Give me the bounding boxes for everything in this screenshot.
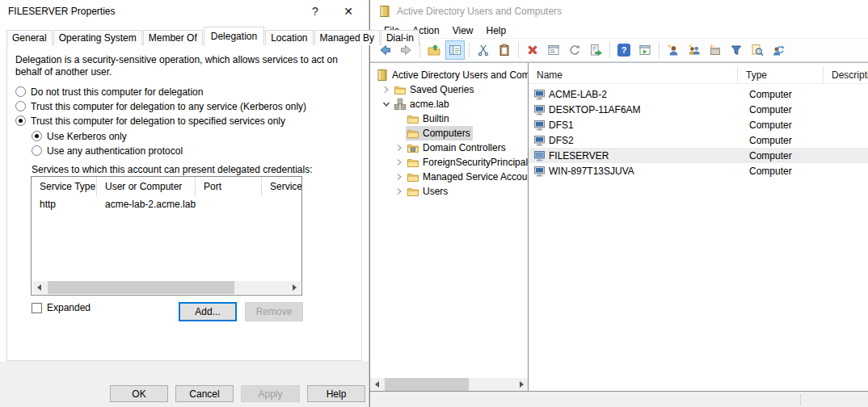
tree-item-users[interactable]: Users	[370, 184, 528, 199]
tab-managed-by[interactable]: Managed By	[314, 30, 380, 45]
list-item-desktop-11af6am[interactable]: DESKTOP-11AF6AM Computer	[529, 102, 868, 117]
list-item-acme-lab-2[interactable]: ACME-LAB-2 Computer	[529, 86, 868, 102]
new-group-button[interactable]	[685, 40, 704, 60]
chevron-right-icon[interactable]	[393, 185, 406, 198]
chevron-right-icon[interactable]	[393, 170, 406, 183]
paste-button[interactable]	[495, 40, 514, 60]
computer-name: FILESERVER	[549, 150, 741, 162]
tree-item-managed-service-accounts[interactable]: Managed Service Accounts	[370, 170, 528, 184]
console-main-area: Active Directory Users and Computers Sav…	[370, 62, 868, 391]
radio-use-any-auth-protocol[interactable]: Use any authentication protocol	[32, 145, 183, 157]
scroll-right-arrow-icon[interactable]	[515, 378, 528, 391]
new-user-button[interactable]	[664, 40, 683, 60]
radio-label: Use any authentication protocol	[47, 145, 183, 157]
tab-location[interactable]: Location	[265, 30, 313, 45]
aduc-app-icon	[378, 5, 391, 18]
scroll-left-arrow-icon[interactable]	[32, 281, 45, 294]
radio-button-icon[interactable]	[15, 115, 26, 126]
apply-button[interactable]: Apply	[241, 385, 300, 402]
list-item-win-897t13sjuva[interactable]: WIN-897T13SJUVA Computer	[529, 163, 868, 178]
list-item-dfs1[interactable]: DFS1 Computer	[529, 117, 868, 132]
dialog-titlebar: FILESERVER Properties ? ✕	[0, 0, 369, 23]
show-console-tree-button[interactable]	[445, 40, 465, 60]
scrollbar-thumb[interactable]	[385, 378, 469, 391]
help-toolbar-button[interactable]: ?	[614, 40, 634, 60]
tab-operating-system[interactable]: Operating System	[53, 30, 142, 45]
menu-help[interactable]: Help	[480, 23, 513, 39]
ok-button[interactable]: OK	[110, 385, 168, 402]
scrollbar-thumb[interactable]	[48, 281, 234, 294]
radio-button-icon[interactable]	[15, 86, 26, 97]
column-header-name[interactable]: Name	[529, 66, 738, 83]
chevron-right-icon[interactable]	[393, 156, 406, 169]
tab-delegation[interactable]: Delegation	[204, 27, 264, 45]
tree-item-builtin[interactable]: Builtin	[370, 111, 528, 126]
cut-icon	[477, 44, 490, 57]
properties-button[interactable]	[544, 40, 563, 60]
radio-do-not-trust[interactable]: Do not trust this computer for delegatio…	[15, 86, 203, 98]
list-item-fileserver[interactable]: FILESERVER Computer	[529, 148, 868, 163]
dialog-footer: OK Cancel Apply Help	[0, 361, 369, 407]
tree-item-saved-queries[interactable]: Saved Queries	[370, 82, 528, 97]
radio-trust-specified-services[interactable]: Trust this computer for delegation to sp…	[15, 115, 285, 127]
expanded-checkbox-row[interactable]: Expanded	[32, 302, 91, 313]
tab-member-of[interactable]: Member Of	[143, 30, 203, 45]
radio-trust-any-service[interactable]: Trust this computer for delegation to an…	[15, 100, 306, 112]
dialog-help-icon[interactable]: ?	[302, 2, 328, 20]
scroll-right-arrow-icon[interactable]	[288, 281, 301, 294]
tree-item-foreign-security-principals[interactable]: ForeignSecurityPrincipals	[370, 155, 528, 170]
remove-button[interactable]: Remove	[245, 302, 303, 321]
computer-type: Computer	[741, 135, 827, 146]
column-header-port[interactable]: Port	[196, 177, 262, 196]
expanded-checkbox[interactable]	[32, 303, 42, 313]
column-header-service-name[interactable]: Service Name	[262, 177, 301, 196]
new-ou-icon	[709, 44, 722, 57]
close-icon[interactable]: ✕	[335, 2, 362, 20]
toolbar-separator	[469, 42, 470, 58]
tree-item-aduc-root[interactable]: Active Directory Users and Computers	[370, 68, 528, 82]
cancel-button[interactable]: Cancel	[175, 385, 234, 402]
tab-general[interactable]: General	[6, 30, 53, 45]
up-one-level-button[interactable]	[424, 40, 444, 60]
new-user-icon	[667, 44, 680, 57]
radio-button-icon[interactable]	[15, 101, 26, 111]
tree-item-label: Computers	[423, 128, 470, 139]
chevron-right-icon[interactable]	[380, 83, 393, 96]
find-button[interactable]	[748, 40, 767, 60]
new-window-button[interactable]	[635, 40, 655, 60]
delegated-services-table: Service Type User or Computer Port Servi…	[31, 176, 302, 296]
tree-horizontal-scrollbar[interactable]	[370, 378, 528, 391]
list-item-dfs2[interactable]: DFS2 Computer	[529, 132, 868, 148]
help-icon: ?	[617, 44, 630, 57]
add-button[interactable]: Add...	[179, 302, 237, 321]
help-button[interactable]: Help	[307, 385, 365, 402]
menu-view[interactable]: View	[446, 23, 480, 39]
tree-item-acme-lab[interactable]: acme.lab	[370, 97, 528, 111]
computer-name: DESKTOP-11AF6AM	[549, 104, 741, 115]
column-header-type[interactable]: Type	[738, 66, 824, 83]
radio-use-kerberos-only[interactable]: Use Kerberos only	[32, 130, 127, 142]
tree-item-domain-controllers[interactable]: Domain Controllers	[370, 141, 528, 155]
chevron-down-icon[interactable]	[380, 98, 393, 111]
column-header-description[interactable]: Description	[824, 66, 868, 83]
tree-item-computers[interactable]: Computers	[370, 126, 528, 141]
computer-name: DFS1	[549, 120, 741, 131]
change-user-button[interactable]	[769, 40, 788, 60]
table-row[interactable]: http acme-lab-2.acme.lab	[32, 196, 301, 212]
filter-button[interactable]	[727, 40, 746, 60]
up-one-level-icon	[428, 44, 440, 57]
column-header-service-type[interactable]: Service Type	[32, 177, 97, 196]
folder-icon	[407, 112, 419, 125]
radio-button-icon[interactable]	[32, 131, 42, 141]
scroll-left-arrow-icon[interactable]	[370, 378, 383, 391]
cut-button[interactable]	[474, 40, 493, 60]
new-ou-button[interactable]	[706, 40, 725, 60]
table-horizontal-scrollbar[interactable]	[32, 281, 301, 294]
column-header-user-or-computer[interactable]: User or Computer	[97, 177, 196, 196]
radio-button-icon[interactable]	[32, 145, 42, 156]
tab-dial-in[interactable]: Dial-in	[381, 30, 419, 45]
delete-button[interactable]	[523, 40, 542, 60]
refresh-button[interactable]	[565, 40, 584, 60]
export-list-button[interactable]	[586, 40, 605, 60]
chevron-right-icon[interactable]	[393, 141, 406, 154]
